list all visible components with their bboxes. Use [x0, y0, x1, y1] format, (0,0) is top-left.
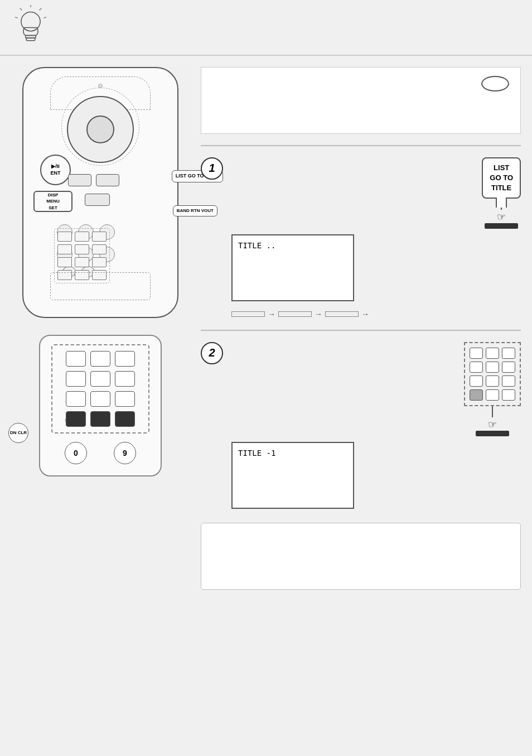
left-side: ▶/IIENT DISPMENUSET	[11, 67, 190, 590]
play-ent-button[interactable]: ▶/IIENT	[40, 155, 71, 185]
np-btn-7[interactable]	[66, 391, 86, 407]
flow-row: → → →	[231, 310, 521, 319]
center-btn-area	[85, 194, 110, 206]
numpad-bottom-labels: 0 9	[51, 442, 149, 464]
np-btn-1[interactable]	[66, 351, 86, 367]
row-buttons-top	[68, 174, 119, 186]
list-go-to-title-label: LISTGO TOTITLE	[490, 163, 513, 192]
nc-2[interactable]	[486, 348, 499, 359]
nc-7[interactable]	[470, 375, 483, 387]
np-btn-3[interactable]	[115, 351, 135, 367]
right-side: 1 LISTGO TOTITLE ☞	[201, 67, 521, 590]
main-content: ▶/IIENT DISPMENUSET	[0, 56, 532, 601]
nc-9[interactable]	[502, 375, 515, 387]
step-1-number: 1	[201, 157, 223, 180]
np-btn-10[interactable]	[66, 411, 86, 427]
note-box	[201, 523, 521, 590]
play-ent-label: ▶/IIENT	[51, 163, 61, 176]
remote-control: ▶/IIENT DISPMENUSET	[22, 67, 178, 318]
flow-box-1	[231, 311, 265, 317]
num-btn[interactable]	[75, 244, 89, 254]
hand-icon-2: ☞	[488, 418, 497, 431]
numpad-arrow: ↑	[64, 417, 67, 423]
svg-rect-7	[26, 38, 35, 41]
screen-display-1: TITLE ..	[231, 234, 354, 301]
nc-8[interactable]	[486, 375, 499, 387]
nc-1[interactable]	[470, 348, 483, 359]
nc-6[interactable]	[502, 362, 515, 373]
remote-jog-inner	[86, 115, 114, 143]
num-btn[interactable]	[75, 232, 89, 242]
step-2-container: 2	[201, 342, 521, 509]
flow-arrow-2: →	[315, 310, 322, 319]
row-btn-2[interactable]	[96, 174, 119, 186]
top-bar	[0, 0, 532, 56]
svg-line-2	[43, 17, 46, 18]
step-1-container: 1 LISTGO TOTITLE ☞	[201, 157, 521, 319]
num-btn[interactable]	[57, 257, 72, 267]
top-info-panel	[201, 67, 521, 134]
flow-box-2	[278, 311, 312, 317]
flow-box-3	[325, 311, 359, 317]
oval-indicator	[481, 76, 509, 92]
numpad-remote: 0 9	[39, 335, 162, 476]
divider-1	[201, 145, 521, 146]
step-2-numpad-callout: ☞	[464, 342, 521, 436]
step-1-callout-area: LISTGO TOTITLE ☞	[231, 157, 521, 229]
num-btn[interactable]	[75, 257, 89, 267]
screen-display-2: TITLE -1	[231, 442, 354, 509]
svg-line-1	[40, 8, 42, 10]
divider-2	[201, 330, 521, 331]
disp-menu-label: DISPMENUSET	[46, 192, 60, 211]
np-btn-8[interactable]	[90, 391, 110, 407]
np-btn-11[interactable]	[90, 411, 110, 427]
numpad-remote-wrapper: 0 9 DN CLR ↑	[33, 335, 167, 476]
flow-arrow-3: →	[361, 310, 369, 319]
np-btn-5[interactable]	[90, 371, 110, 387]
nc-4[interactable]	[470, 362, 483, 373]
np-btn-4[interactable]	[66, 371, 86, 387]
step-1-button-callout: LISTGO TOTITLE ☞	[482, 157, 521, 229]
lightbulb-icon	[11, 5, 61, 50]
numpad-callout-2	[464, 342, 521, 406]
disp-menu-button[interactable]: DISPMENUSET	[33, 191, 72, 212]
nc-3[interactable]	[502, 348, 515, 359]
row-btn-1[interactable]	[68, 174, 91, 186]
press-bar-2	[476, 431, 509, 436]
np-btn-2[interactable]	[90, 351, 110, 367]
step-2-number: 2	[201, 342, 223, 364]
step-1-content: LISTGO TOTITLE ☞ TITLE .. → →	[231, 157, 521, 319]
dn-clr-button[interactable]: DN CLR	[8, 423, 28, 443]
remote-bottom-section	[50, 272, 151, 300]
flow-arrow-1: →	[268, 310, 275, 319]
nc-5[interactable]	[486, 362, 499, 373]
num-btn[interactable]	[92, 244, 107, 254]
step-2-callout-area: ☞	[231, 342, 521, 436]
nc-10[interactable]	[470, 389, 483, 401]
np-btn-9[interactable]	[115, 391, 135, 407]
np-btn-12[interactable]	[115, 411, 135, 427]
num-btn[interactable]	[57, 232, 72, 242]
list-go-to-title-callout: LISTGO TOTITLE	[482, 157, 521, 199]
num-btn[interactable]	[57, 244, 72, 254]
step-2-desc	[231, 342, 464, 436]
svg-line-4	[15, 17, 18, 18]
num-btn[interactable]	[92, 257, 107, 267]
svg-line-3	[20, 8, 22, 10]
nc-12[interactable]	[502, 389, 515, 401]
nine-key[interactable]: 9	[114, 442, 136, 464]
hand-icon-1: ☞	[497, 211, 506, 223]
np-btn-6[interactable]	[115, 371, 135, 387]
zero-key[interactable]: 0	[65, 442, 87, 464]
remote-jog-wheel	[67, 96, 134, 163]
press-bar-1	[485, 223, 518, 229]
step-2-content: ☞ TITLE -1	[231, 342, 521, 509]
callout-line-2	[492, 406, 493, 417]
nc-11[interactable]	[486, 389, 499, 401]
center-btn[interactable]	[85, 194, 110, 206]
num-btn[interactable]	[92, 232, 107, 242]
remote-wrapper: ▶/IIENT DISPMENUSET	[22, 67, 178, 318]
